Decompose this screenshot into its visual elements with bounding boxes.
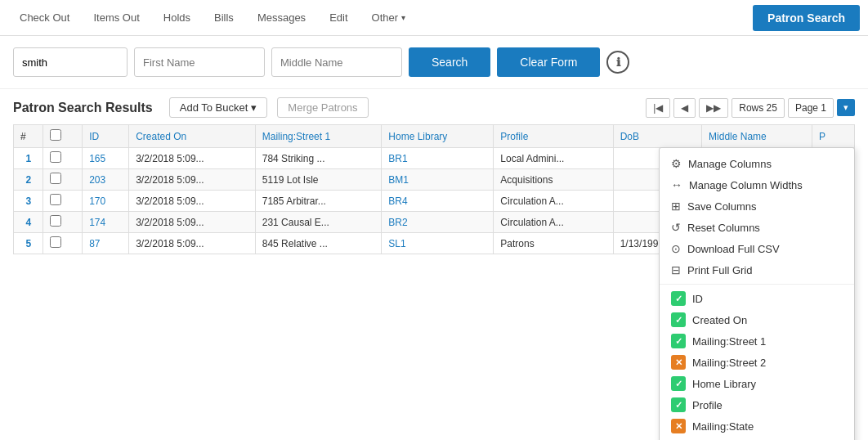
column-toggle[interactable]: ✓Home Library bbox=[660, 373, 854, 394]
results-title: Patron Search Results bbox=[13, 101, 153, 115]
col-street1: Mailing:Street 1 bbox=[255, 125, 382, 148]
next-page-button[interactable]: ▶▶ bbox=[699, 98, 728, 118]
column-toggle[interactable]: ✓Profile bbox=[660, 394, 854, 415]
col-id: ID bbox=[83, 125, 129, 148]
row-created: 3/2/2018 5:09... bbox=[129, 148, 256, 169]
row-checkbox bbox=[43, 169, 83, 191]
row-library: BR2 bbox=[382, 212, 494, 233]
patron-search-button[interactable]: Patron Search bbox=[753, 5, 860, 31]
menu-item-label: Manage Column Widths bbox=[689, 179, 803, 191]
search-button[interactable]: Search bbox=[409, 47, 490, 77]
row-street: 5119 Lot Isle bbox=[255, 169, 382, 191]
menu-item-label: Download Full CSV bbox=[687, 243, 780, 255]
merge-patrons-button[interactable]: Merge Patrons bbox=[277, 97, 368, 118]
middle-name-input[interactable] bbox=[271, 47, 402, 77]
page-select[interactable]: Page 1 bbox=[788, 98, 834, 118]
row-select-checkbox[interactable] bbox=[50, 194, 61, 205]
column-toggle[interactable]: ✓Mailing:Street 1 bbox=[660, 330, 854, 352]
column-toggle[interactable]: ✕Mailing:Zip bbox=[660, 437, 854, 440]
row-id: 174 bbox=[83, 212, 129, 233]
columns-dropdown-button[interactable]: ▾ bbox=[837, 99, 855, 116]
row-library: SL1 bbox=[382, 233, 494, 254]
row-checkbox bbox=[43, 212, 83, 233]
row-profile: Local Admini... bbox=[494, 148, 613, 169]
last-name-input[interactable] bbox=[13, 47, 128, 77]
toggle-box: ✓ bbox=[671, 291, 686, 306]
toggle-box: ✕ bbox=[671, 419, 686, 433]
row-num: 3 bbox=[14, 191, 43, 212]
toggle-label: Mailing:Street 1 bbox=[692, 335, 766, 348]
row-select-checkbox[interactable] bbox=[50, 215, 61, 227]
row-select-checkbox[interactable] bbox=[50, 173, 61, 184]
row-id: 170 bbox=[83, 191, 129, 212]
col-library: Home Library bbox=[382, 125, 494, 148]
menu-item-label: Save Columns bbox=[687, 200, 757, 213]
menu-icon: ⊟ bbox=[671, 263, 681, 276]
dropdown-menu-item[interactable]: ⚙Manage Columns bbox=[660, 153, 854, 174]
nav-items: Check Out Items Out Holds Bills Messages… bbox=[8, 0, 753, 36]
first-name-input[interactable] bbox=[134, 47, 265, 77]
toggle-label: ID bbox=[692, 293, 703, 305]
row-profile: Circulation A... bbox=[494, 191, 613, 212]
column-toggle[interactable]: ✓ID bbox=[660, 288, 854, 309]
menu-item-label: Reset Columns bbox=[687, 222, 760, 234]
row-id: 87 bbox=[83, 233, 129, 254]
row-num: 1 bbox=[14, 148, 43, 169]
row-id: 203 bbox=[83, 169, 129, 191]
row-street: 845 Relative ... bbox=[255, 233, 382, 254]
select-all-checkbox[interactable] bbox=[50, 129, 61, 141]
first-page-button[interactable]: |◀ bbox=[646, 98, 670, 118]
row-id: 165 bbox=[83, 148, 129, 169]
nav-holds[interactable]: Holds bbox=[152, 0, 203, 36]
col-middlename: Middle Name bbox=[702, 125, 812, 148]
row-street: 7185 Arbitrar... bbox=[255, 191, 382, 212]
toggle-label: Home Library bbox=[692, 378, 756, 390]
dropdown-menu-item[interactable]: ↔Manage Column Widths bbox=[660, 174, 854, 195]
nav-checkout[interactable]: Check Out bbox=[8, 0, 82, 36]
dropdown-menu-item[interactable]: ⊟Print Full Grid bbox=[660, 259, 854, 281]
info-icon[interactable]: ℹ bbox=[606, 51, 629, 74]
col-dob: DoB bbox=[613, 125, 701, 148]
dropdown-menu-item[interactable]: ↺Reset Columns bbox=[660, 217, 854, 238]
row-library: BR1 bbox=[382, 148, 494, 169]
search-bar: Search Clear Form ℹ bbox=[0, 36, 868, 89]
menu-icon: ⚙ bbox=[671, 157, 682, 170]
row-profile: Circulation A... bbox=[494, 212, 613, 233]
toggle-box: ✓ bbox=[671, 312, 686, 327]
toggle-box: ✓ bbox=[671, 334, 686, 348]
column-toggle[interactable]: ✕Mailing:Street 2 bbox=[660, 352, 854, 373]
row-checkbox bbox=[43, 148, 83, 169]
pagination-controls: |◀ ◀ ▶▶ Rows 25 Page 1 ▾ bbox=[646, 98, 855, 118]
dropdown-menu-item[interactable]: ⊙Download Full CSV bbox=[660, 238, 854, 259]
rows-select[interactable]: Rows 25 bbox=[732, 98, 785, 118]
row-num: 5 bbox=[14, 233, 43, 254]
row-select-checkbox[interactable] bbox=[50, 236, 61, 248]
dropdown-menu-item[interactable]: ⊞Save Columns bbox=[660, 195, 854, 217]
row-checkbox bbox=[43, 191, 83, 212]
row-library: BR4 bbox=[382, 191, 494, 212]
menu-item-label: Print Full Grid bbox=[687, 264, 752, 276]
row-select-checkbox[interactable] bbox=[50, 151, 61, 163]
col-created: Created On bbox=[129, 125, 256, 148]
clear-form-button[interactable]: Clear Form bbox=[497, 47, 600, 77]
nav-messages[interactable]: Messages bbox=[246, 0, 318, 36]
column-toggle[interactable]: ✕Mailing:State bbox=[660, 415, 854, 437]
columns-dropdown-menu: ⚙Manage Columns↔Manage Column Widths⊞Sav… bbox=[659, 147, 855, 440]
nav-bills[interactable]: Bills bbox=[203, 0, 246, 36]
nav-items-out[interactable]: Items Out bbox=[82, 0, 151, 36]
row-library: BM1 bbox=[382, 169, 494, 191]
nav-edit[interactable]: Edit bbox=[318, 0, 360, 36]
toggle-box: ✕ bbox=[671, 355, 686, 370]
prev-page-button[interactable]: ◀ bbox=[673, 98, 696, 118]
toggle-label: Profile bbox=[692, 399, 723, 411]
menu-item-label: Manage Columns bbox=[688, 158, 772, 170]
add-to-bucket-button[interactable]: Add To Bucket ▾ bbox=[169, 97, 268, 118]
menu-icon: ⊙ bbox=[671, 242, 681, 255]
top-nav: Check Out Items Out Holds Bills Messages… bbox=[0, 0, 868, 36]
row-num: 4 bbox=[14, 212, 43, 233]
nav-other[interactable]: Other ▾ bbox=[360, 0, 418, 36]
toggle-box: ✓ bbox=[671, 376, 686, 391]
column-toggle[interactable]: ✓Created On bbox=[660, 309, 854, 330]
table-header: # ID Created On Mailing:Street 1 Home Li… bbox=[14, 125, 855, 148]
row-street: 784 Striking ... bbox=[255, 148, 382, 169]
